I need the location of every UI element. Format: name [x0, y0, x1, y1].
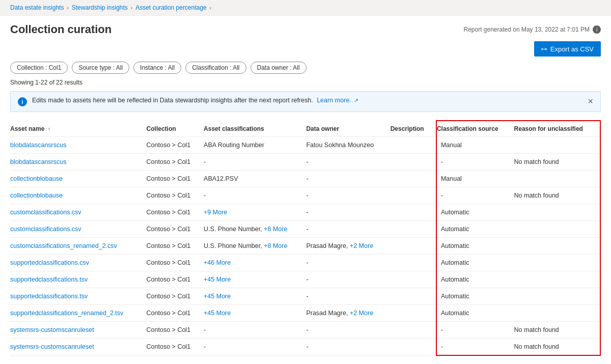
asset-name-link[interactable]: customclassifications.csv — [10, 226, 81, 233]
table-row: collectionblobauseContoso > Col1ABA12.PS… — [10, 171, 600, 187]
col-label-description: Description — [391, 125, 424, 132]
cell-asset-classifications: - — [204, 187, 306, 204]
cell-asset-name: customclassifications.csv — [10, 204, 147, 221]
toolbar-row: ↦ Export as CSV — [0, 39, 611, 62]
cell-description — [391, 187, 436, 204]
cell-asset-name: blobdatascansrscus — [10, 154, 147, 171]
breadcrumb-item-curation[interactable]: Asset curation percentage — [135, 4, 206, 11]
cell-classification-source: - — [436, 154, 514, 171]
cell-collection: Contoso > Col1 — [147, 288, 204, 305]
info-banner-content: Edits made to assets here will be reflec… — [32, 97, 582, 104]
filter-instance[interactable]: Instance : All — [133, 62, 181, 74]
cell-reason-unclassified: No match found — [514, 187, 600, 204]
more-classifications-link[interactable]: +9 More — [204, 209, 227, 216]
table-row: customclassifications.csvContoso > Col1U… — [10, 221, 600, 238]
cell-description — [391, 322, 436, 339]
filter-classification[interactable]: Classification : All — [185, 62, 246, 74]
cell-classification-source: - — [436, 339, 514, 356]
table-row: blobdatascansrscusContoso > Col1---No ma… — [10, 154, 600, 171]
more-classifications-link[interactable]: +45 More — [204, 310, 231, 317]
cell-classification-source: Automatic — [436, 238, 514, 255]
cell-data-owner: Fatou Sokhna Mounzeo — [306, 137, 390, 154]
asset-name-link[interactable]: collectionblobause — [10, 192, 63, 199]
breadcrumb-item-data-estate[interactable]: Data estate insights — [10, 4, 64, 11]
info-banner-link[interactable]: Learn more. ↗ — [317, 97, 358, 104]
asset-name-link[interactable]: customclassifications_renamed_2.csv — [10, 242, 117, 249]
more-classifications-link[interactable]: +8 More — [264, 242, 287, 249]
cell-classification-source: Automatic — [436, 271, 514, 288]
asset-name-link[interactable]: supportedclassifications_renamed_2.tsv — [10, 310, 123, 317]
cell-description — [391, 255, 436, 271]
cell-data-owner: - — [306, 171, 390, 187]
asset-name-link[interactable]: systemsrs-customscanruleset — [10, 326, 94, 333]
cell-collection: Contoso > Col1 — [147, 137, 204, 154]
cell-classification-source: - — [436, 187, 514, 204]
col-header-data-owner: Data owner — [306, 121, 390, 137]
cell-asset-classifications: - — [204, 339, 306, 356]
info-banner-text: Edits made to assets here will be reflec… — [32, 97, 313, 104]
cell-asset-name: systemsrs-customscanruleset — [10, 322, 147, 339]
cell-asset-name: collectionblobause — [10, 171, 147, 187]
cell-classification-source: Automatic — [436, 204, 514, 221]
cell-asset-name: collectionblobause — [10, 187, 147, 204]
cell-description — [391, 137, 436, 154]
cell-data-owner: - — [306, 271, 390, 288]
cell-asset-name: supportedclassifications.tsv — [10, 288, 147, 305]
table-row: customclassifications_renamed_2.csvConto… — [10, 238, 600, 255]
more-owners-link[interactable]: +2 More — [350, 242, 373, 249]
cell-asset-classifications: +45 More — [204, 288, 306, 305]
more-classifications-link[interactable]: +45 More — [204, 293, 231, 300]
asset-name-link[interactable]: systemsrs-customscanruleset — [10, 343, 94, 350]
more-classifications-link[interactable]: +45 More — [204, 276, 231, 283]
col-header-asset-classifications: Asset classifications — [204, 121, 306, 137]
owner-text: Prasad Magre, — [306, 310, 349, 317]
col-label-asset-classifications: Asset classifications — [204, 125, 264, 132]
more-owners-link[interactable]: +2 More — [350, 310, 373, 317]
cell-collection: Contoso > Col1 — [147, 187, 204, 204]
col-label-reason-unclassified: Reason for unclassified — [514, 125, 583, 132]
filter-collection[interactable]: Collection : Col1 — [10, 62, 68, 74]
filter-data-owner[interactable]: Data owner : All — [251, 62, 307, 74]
cell-description — [391, 154, 436, 171]
cell-asset-classifications: - — [204, 322, 306, 339]
cell-data-owner: - — [306, 187, 390, 204]
report-info-text: Report generated on May 13, 2022 at 7:01… — [464, 26, 590, 33]
cell-classification-source: Automatic — [436, 305, 514, 322]
more-classifications-link[interactable]: +8 More — [264, 226, 287, 233]
col-header-asset-name[interactable]: Asset name ↑ — [10, 121, 147, 137]
cell-data-owner: - — [306, 322, 390, 339]
asset-name-link[interactable]: customclassifications.csv — [10, 209, 81, 216]
breadcrumb-item-stewardship[interactable]: Stewardship insights — [72, 4, 128, 11]
more-classifications-link[interactable]: +46 More — [204, 259, 231, 266]
asset-name-link[interactable]: supportedclassifications.tsv — [10, 293, 88, 300]
cell-data-owner: - — [306, 339, 390, 356]
cell-data-owner: Prasad Magre, +2 More — [306, 305, 390, 322]
cell-reason-unclassified — [514, 288, 600, 305]
asset-name-link[interactable]: collectionblobause — [10, 175, 63, 182]
cell-reason-unclassified — [514, 137, 600, 154]
cell-reason-unclassified: No match found — [514, 322, 600, 339]
cell-asset-name: supportedclassifications.csv — [10, 255, 147, 271]
info-banner-close-button[interactable]: × — [588, 97, 593, 106]
cell-asset-classifications: +45 More — [204, 271, 306, 288]
info-banner-icon: i — [18, 97, 27, 106]
cell-data-owner: - — [306, 204, 390, 221]
asset-name-link[interactable]: blobdatascansrscus — [10, 158, 66, 165]
export-csv-button[interactable]: ↦ Export as CSV — [534, 41, 601, 57]
cell-asset-classifications: +46 More — [204, 255, 306, 271]
cell-asset-name: supportedclassifications_renamed_2.tsv — [10, 305, 147, 322]
cell-data-owner: - — [306, 154, 390, 171]
cell-reason-unclassified: No match found — [514, 154, 600, 171]
cell-asset-classifications: ABA12.PSV — [204, 171, 306, 187]
header-row: Collection curation Report generated on … — [0, 16, 611, 39]
export-icon: ↦ — [541, 45, 547, 53]
asset-name-link[interactable]: supportedclassifications.csv — [10, 259, 89, 266]
table-row: supportedclassifications.csvContoso > Co… — [10, 255, 600, 271]
sort-icon-asset-name: ↑ — [48, 126, 50, 132]
cell-collection: Contoso > Col1 — [147, 271, 204, 288]
filter-source-type[interactable]: Source type : All — [72, 62, 129, 74]
cell-reason-unclassified — [514, 238, 600, 255]
asset-name-link[interactable]: blobdatascansrscus — [10, 142, 66, 149]
cell-description — [391, 221, 436, 238]
asset-name-link[interactable]: supportedclassifications.tsv — [10, 276, 88, 283]
